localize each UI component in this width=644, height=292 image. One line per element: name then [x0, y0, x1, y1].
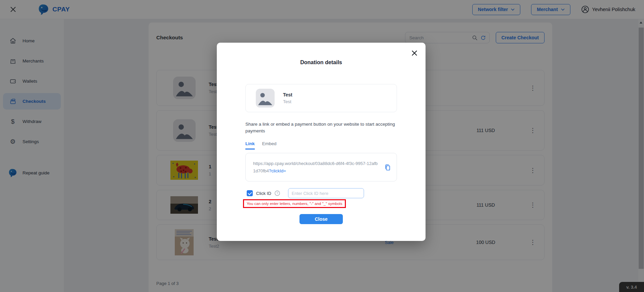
item-thumbnail-placeholder [256, 89, 275, 108]
validation-error-message: You can only enter letters, numbers, "-"… [243, 199, 346, 208]
modal-checkout-item: Test Test [245, 84, 397, 112]
share-tabs: Link Embed [245, 141, 277, 150]
svg-text:?: ? [276, 192, 278, 195]
close-button[interactable]: Close [299, 214, 343, 224]
url-clickid-param: ?clickId= [269, 168, 286, 173]
item-subtitle: Test [283, 99, 292, 104]
checkout-url-box: https://app.cpay.world/checkout/03a88dc6… [245, 153, 397, 181]
help-question-icon[interactable]: ? [275, 191, 280, 196]
checkout-url: https://app.cpay.world/checkout/03a88dc6… [253, 160, 379, 175]
app-page: CPAY Network filter Merchant [0, 0, 644, 292]
share-description: Share a link or embed a payment button o… [245, 121, 407, 134]
modal-close-icon[interactable] [410, 49, 419, 57]
item-title: Test [283, 92, 292, 97]
donation-details-modal: Donation details Test Test Share a link … [217, 43, 426, 241]
click-id-input[interactable] [288, 188, 364, 198]
copy-icon[interactable] [384, 164, 391, 171]
tab-link[interactable]: Link [245, 141, 255, 150]
click-id-row: Click ID ? [247, 188, 364, 198]
click-id-checkbox[interactable] [247, 190, 253, 196]
modal-title: Donation details [217, 59, 426, 66]
tab-embed[interactable]: Embed [262, 141, 277, 150]
click-id-label: Click ID [256, 191, 271, 196]
